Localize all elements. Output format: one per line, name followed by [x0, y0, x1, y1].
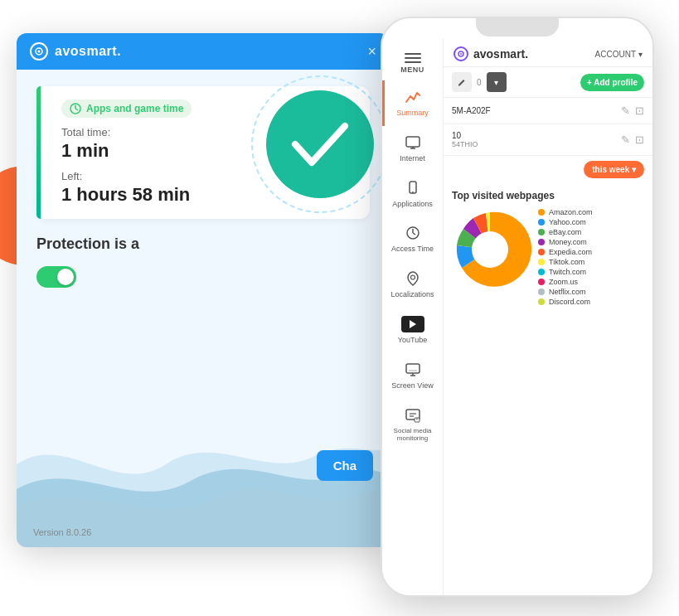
- sidebar-access-time-label: Access Time: [391, 245, 434, 254]
- device-id-2: 10: [452, 131, 621, 140]
- sidebar-item-social-media[interactable]: Social media monitoring: [382, 399, 443, 451]
- legend-text-yahoo: Yahoo.com: [549, 218, 586, 226]
- app-time-card: Apps and game time Total time: 1 min Lef…: [36, 86, 370, 219]
- device-row-1: 5M-A202F ✎ ⊡: [444, 98, 652, 124]
- mobile-main: avosmart. ACCOUNT ▾ 0 ▾: [444, 38, 652, 595]
- social-media-icon: [405, 407, 421, 424]
- sidebar-item-summary[interactable]: Summary: [382, 80, 443, 126]
- mobile-notch: [476, 18, 559, 36]
- svg-line-4: [75, 109, 78, 110]
- svg-point-1: [38, 51, 41, 53]
- device-row-2: 10 54THIO ✎ ⊡: [444, 124, 652, 156]
- internet-icon: [405, 134, 421, 151]
- legend-item-expedia: Expedia.com: [538, 248, 647, 256]
- svg-rect-16: [406, 364, 420, 373]
- svg-point-24: [416, 418, 418, 420]
- add-profile-button[interactable]: + Add profile: [580, 74, 644, 91]
- device-delete-icon[interactable]: ⊡: [635, 104, 644, 117]
- sidebar-youtube-label: YouTube: [398, 336, 427, 345]
- sidebar-item-applications[interactable]: Applications: [382, 172, 443, 217]
- protection-toggle[interactable]: [36, 266, 76, 288]
- hamburger-line-1: [405, 53, 421, 55]
- legend-dot-expedia: [538, 249, 545, 255]
- close-icon[interactable]: ×: [367, 43, 376, 61]
- profile-dropdown-button[interactable]: ▾: [487, 72, 507, 92]
- legend-text-amazon: Amazon.com: [549, 208, 593, 216]
- timer-icon: [70, 103, 81, 114]
- version-label: Version 8.0.26: [33, 527, 91, 537]
- menu-label: MENU: [400, 65, 424, 74]
- mobile-logo-circle: [453, 46, 468, 61]
- sidebar-item-access-time[interactable]: Access Time: [382, 216, 443, 262]
- svg-rect-7: [406, 137, 420, 147]
- svg-point-26: [460, 53, 462, 55]
- sidebar-item-youtube[interactable]: YouTube: [382, 308, 443, 353]
- legend-dot-ebay: [538, 229, 545, 235]
- window-titlebar: avosmart. ×: [17, 33, 390, 70]
- legend-item-netflix: Netflix.com: [538, 288, 647, 296]
- pie-chart-svg: [449, 208, 531, 291]
- legend-item-ebay: eBay.com: [538, 228, 647, 236]
- legend-item-zoom: Zoom.us: [538, 278, 647, 286]
- hamburger-line-3: [405, 61, 421, 63]
- legend-dot-money: [538, 239, 545, 245]
- device-id-1: 5M-A202F: [452, 106, 621, 115]
- sidebar-internet-label: Internet: [400, 154, 425, 163]
- chart-area: Amazon.com Yahoo.com eBay.com Money.com: [444, 205, 652, 595]
- legend-item-tiktok: Tiktok.com: [538, 258, 647, 266]
- device-actions-1: ✎ ⊡: [621, 104, 644, 117]
- mobile-inner: MENU Summary Internet: [382, 18, 652, 595]
- legend-list: Amazon.com Yahoo.com eBay.com Money.com: [538, 208, 647, 306]
- week-button[interactable]: this week ▾: [584, 161, 644, 178]
- device-delete-icon-2[interactable]: ⊡: [635, 133, 644, 146]
- protection-text: Protection is a: [36, 235, 370, 253]
- localizations-icon: [405, 270, 421, 287]
- device-edit-icon[interactable]: ✎: [621, 104, 630, 117]
- legend-dot-amazon: [538, 209, 545, 216]
- app-badge: Apps and game time: [61, 99, 192, 118]
- legend-text-ebay: eBay.com: [549, 228, 581, 236]
- legend-dot-zoom: [538, 279, 545, 285]
- circle-progress: [245, 70, 390, 219]
- device-edit-icon-2[interactable]: ✎: [621, 133, 630, 146]
- desktop-logo-circle: [30, 42, 48, 61]
- profile-bar: 0 ▾ + Add profile: [444, 67, 652, 98]
- sidebar-screen-view-label: Screen View: [391, 381, 433, 390]
- device-subtitle-2: 54THIO: [452, 140, 621, 148]
- legend-dot-discord: [538, 298, 545, 305]
- sidebar-item-internet[interactable]: Internet: [382, 126, 443, 172]
- mobile-sidebar: MENU Summary Internet: [382, 38, 444, 595]
- profile-edit-button[interactable]: [452, 72, 472, 92]
- top-pages-title: Top visited webpages: [444, 183, 652, 205]
- applications-icon: [405, 180, 421, 196]
- sidebar-item-localizations[interactable]: Localizations: [382, 262, 443, 308]
- legend-text-twitch: Twitch.com: [549, 268, 586, 276]
- screen-view-icon: [405, 361, 421, 378]
- legend-text-tiktok: Tiktok.com: [549, 258, 584, 266]
- legend-dot-tiktok: [538, 259, 545, 265]
- mobile-account[interactable]: ACCOUNT ▾: [595, 50, 643, 59]
- week-selector: this week ▾: [444, 156, 652, 183]
- chat-button[interactable]: Cha: [317, 450, 373, 481]
- profile-number: 0: [477, 78, 482, 87]
- toggle-container[interactable]: [36, 266, 370, 288]
- legend-text-expedia: Expedia.com: [549, 248, 592, 256]
- menu-button[interactable]: MENU: [382, 46, 443, 80]
- youtube-icon: [401, 316, 424, 332]
- edit-icon: [457, 77, 467, 87]
- legend-text-discord: Discord.com: [549, 298, 590, 306]
- youtube-play-icon: [410, 320, 416, 328]
- svg-point-6: [266, 90, 374, 198]
- legend-dot-twitch: [538, 269, 545, 275]
- sidebar-item-screen-view[interactable]: Screen View: [382, 353, 443, 399]
- sidebar-localizations-label: Localizations: [390, 290, 434, 299]
- legend-text-money: Money.com: [549, 238, 587, 246]
- legend-dot-yahoo: [538, 219, 545, 226]
- accent-bar: [36, 86, 41, 219]
- dropdown-arrow-icon: ▾: [494, 78, 498, 87]
- legend-item-yahoo: Yahoo.com: [538, 218, 647, 226]
- legend-item-amazon: Amazon.com: [538, 208, 647, 216]
- svg-point-27: [472, 231, 508, 268]
- window-content: Apps and game time Total time: 1 min Lef…: [17, 70, 390, 547]
- legend-text-zoom: Zoom.us: [549, 278, 578, 286]
